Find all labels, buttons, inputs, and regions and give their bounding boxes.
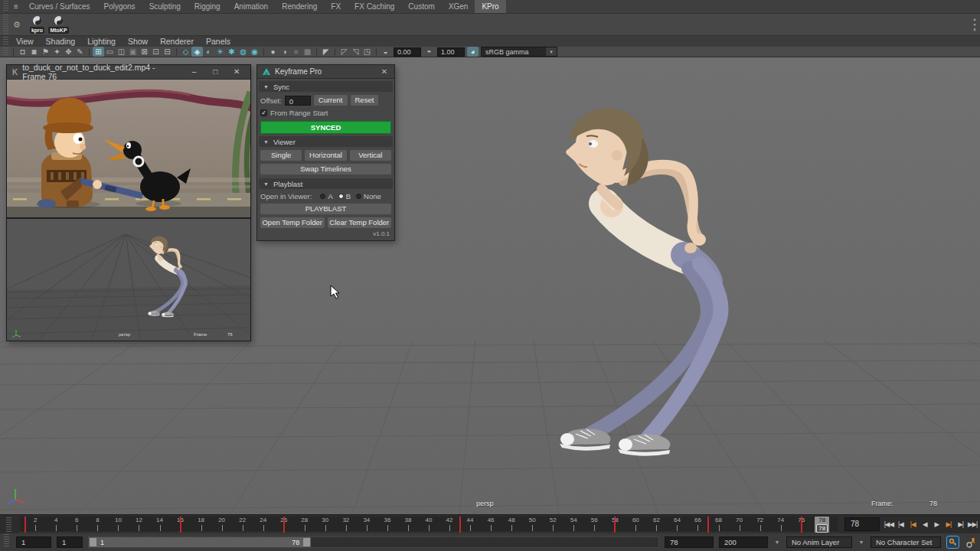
grease-pencil-icon[interactable]: ✎ [74, 47, 86, 57]
timeline-ruler[interactable]: 2468101214161820222426283032343638404244… [20, 517, 838, 533]
pan-zoom-icon[interactable]: ✥ [63, 47, 74, 57]
next-keyframe-button[interactable]: ▶| [942, 517, 955, 533]
gamma-field[interactable]: 1.00 [437, 47, 465, 57]
current-frame-playhead[interactable]: 7878 [815, 517, 829, 533]
radio-option-none[interactable]: None [356, 192, 381, 201]
from-range-start-checkbox[interactable]: ✓ [260, 109, 267, 116]
step-back-key-button[interactable]: |◀ [895, 517, 907, 533]
shelf-tab-fx[interactable]: FX [324, 0, 348, 13]
select-camera-icon[interactable]: ◘ [17, 47, 28, 57]
chevron-down-icon[interactable]: ▼ [858, 540, 865, 545]
animation-preferences-button[interactable] [965, 536, 978, 549]
menu-renderer[interactable]: Renderer [154, 36, 200, 47]
keyframe-marker[interactable] [283, 517, 285, 533]
default-material-icon[interactable]: ● [267, 47, 279, 57]
single-button[interactable]: Single [260, 150, 302, 161]
open-temp-folder-button[interactable]: Open Temp Folder [260, 217, 325, 228]
shelf-scroll-up-icon[interactable]: ▲ [972, 17, 977, 22]
shelf-item-kpro[interactable]: kpro [27, 15, 47, 34]
range-slider-track[interactable]: 1 78 [88, 536, 659, 548]
character-set-field[interactable]: No Character Set [871, 536, 941, 548]
go-to-start-button[interactable]: |◀◀ [883, 517, 895, 533]
shelf-tab-polygons[interactable]: Polygons [96, 0, 142, 13]
playblast-section-header[interactable]: ▼ Playblast [259, 178, 393, 189]
chevron-down-icon[interactable]: ▼ [773, 540, 781, 545]
close-button[interactable]: ✕ [228, 65, 245, 79]
image-plane-icon[interactable]: ✦ [51, 47, 63, 57]
time-slider-grip[interactable] [6, 517, 11, 533]
field-chart-icon[interactable]: ⊠ [139, 47, 150, 57]
keyframe-pro-viewer-window[interactable]: K to_duck_or_not_to_duck_edit2.mp4 - Fra… [6, 64, 251, 341]
prev-keyframe-button[interactable]: |◀ [906, 517, 919, 533]
current-frame-field[interactable]: 78 [844, 517, 880, 531]
ambient-occlusion-icon[interactable]: ◍ [237, 47, 249, 57]
menubar-grip[interactable] [3, 37, 8, 46]
backface-culling-icon[interactable]: ○ [290, 47, 302, 57]
lock-camera-icon[interactable]: ◙ [28, 47, 40, 57]
keyframe-pro-panel[interactable]: Keyframe Pro ✕ ▼ Sync Offset: 0 Current … [256, 64, 395, 241]
keyframe-marker[interactable] [24, 517, 26, 533]
shelf-scroll-dot-icon[interactable]: ● [973, 22, 976, 28]
keyframe-marker[interactable] [801, 517, 802, 533]
keyframe-marker[interactable] [459, 517, 461, 533]
reference-video-panel[interactable] [7, 80, 250, 217]
textured-icon[interactable]: ◐ [203, 47, 214, 57]
shelf-tab-fx-caching[interactable]: FX Caching [348, 0, 401, 13]
go-to-end-button[interactable]: ▶▶| [966, 517, 978, 533]
menu-show[interactable]: Show [122, 36, 154, 47]
anim-layer-dropdown[interactable]: No Anim Layer [786, 536, 852, 548]
gear-icon[interactable]: ⚙ [10, 20, 24, 30]
menu-panels[interactable]: Panels [200, 36, 237, 47]
auto-keyframe-toggle[interactable] [946, 536, 959, 549]
animation-end-field[interactable]: 200 [719, 536, 768, 548]
shelf-tab-rigging[interactable]: Rigging [188, 0, 227, 13]
step-forward-key-button[interactable]: ▶| [955, 517, 967, 533]
reset-button[interactable]: Reset [351, 95, 379, 106]
menu-view[interactable]: View [10, 36, 40, 47]
keyframe-pro-titlebar[interactable]: Keyframe Pro ✕ [257, 65, 394, 79]
animation-start-field[interactable]: 1 [16, 536, 51, 548]
safe-title-icon[interactable]: ⊟ [162, 47, 173, 57]
texture-display-icon[interactable]: ▩ [302, 47, 313, 57]
offset-input[interactable]: 0 [285, 96, 311, 106]
viewer-window-titlebar[interactable]: K to_duck_or_not_to_duck_edit2.mp4 - Fra… [7, 65, 250, 80]
playback-start-field[interactable]: 1 [57, 536, 83, 548]
exposure-icon[interactable]: ◒ [380, 47, 391, 57]
keyframe-marker[interactable] [180, 517, 181, 533]
gamma-icon[interactable]: ◓ [423, 47, 435, 57]
shelf-item-mtokp[interactable]: MtoKP [48, 15, 69, 34]
minimize-button[interactable]: – [186, 65, 203, 79]
shelf-menu-icon[interactable]: ≡ [10, 2, 22, 11]
safe-action-icon[interactable]: ⊡ [150, 47, 162, 57]
sync-section-header[interactable]: ▼ Sync [259, 81, 393, 92]
camera-bookmark-icon[interactable]: ⚑ [40, 47, 51, 57]
camera-settings-icon[interactable]: ◳ [361, 47, 373, 57]
range-bar-grip[interactable] [4, 534, 9, 547]
shelf-tab-rendering[interactable]: Rendering [275, 0, 324, 13]
current-button[interactable]: Current [314, 95, 348, 106]
synced-button[interactable]: SYNCED [260, 121, 391, 134]
shelf-tab-custom[interactable]: Custom [401, 0, 441, 13]
two-sided-lighting-icon[interactable]: ◑ [279, 47, 290, 57]
play-forward-button[interactable]: ▶ [931, 517, 943, 533]
view-transform-icon[interactable]: ◕ [467, 47, 479, 57]
range-start-handle[interactable] [90, 538, 96, 546]
horizontal-button[interactable]: Horizontal [305, 150, 346, 161]
keyframe-marker[interactable] [707, 517, 709, 533]
shelf-grip[interactable] [3, 1, 8, 12]
playback-end-field[interactable]: 78 [665, 536, 714, 548]
shelf-scroll-down-icon[interactable]: ▼ [972, 28, 977, 33]
viewer-section-header[interactable]: ▼ Viewer [259, 136, 393, 147]
menu-lighting[interactable]: Lighting [81, 36, 122, 47]
maximize-button[interactable]: □ [207, 65, 224, 79]
exposure-field[interactable]: 0.00 [394, 47, 421, 57]
character-model[interactable] [560, 109, 720, 456]
shelf-tab-kpro[interactable]: KPro [475, 0, 505, 13]
close-icon[interactable]: ✕ [379, 67, 390, 76]
resolution-gate-icon[interactable]: ◫ [116, 47, 127, 57]
shelf-tab-xgen[interactable]: XGen [442, 0, 475, 13]
radio-option-b[interactable]: B [338, 192, 351, 201]
shelf-tab-animation[interactable]: Animation [227, 0, 275, 13]
keyframe-marker[interactable] [614, 517, 616, 533]
shaded-icon[interactable]: ◈ [191, 47, 203, 57]
